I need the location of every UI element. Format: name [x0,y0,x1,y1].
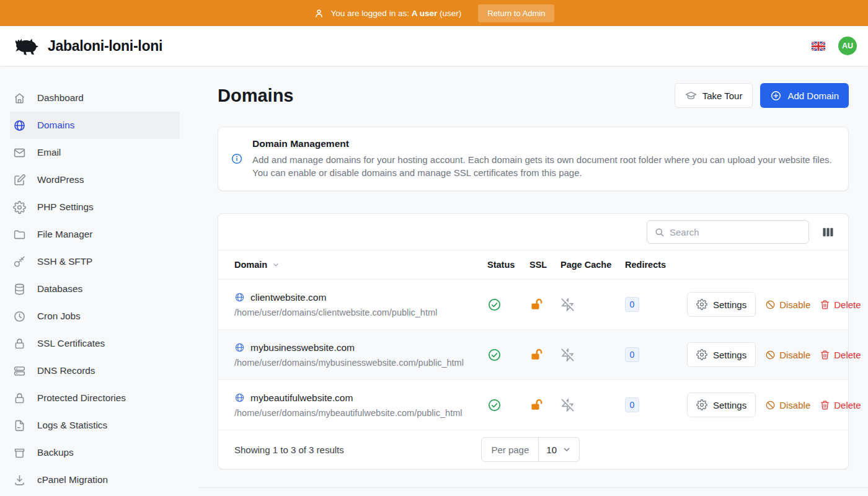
sidebar-nav: Dashboard Domains Email WordPress PHP Se… [0,66,189,496]
status-enabled-check-icon [487,348,502,362]
disable-button[interactable]: Disable [765,350,810,360]
sidebar-item-ssl-certificates[interactable]: SSL Certificates [10,330,180,357]
per-page-control: Per page 10 [481,437,580,462]
trash-icon [820,350,830,360]
sidebar-item-backups[interactable]: Backups [10,439,180,466]
redirects-count-badge[interactable]: 0 [625,347,639,362]
gear-icon [696,349,707,360]
column-header-domain[interactable]: Domain [234,260,487,270]
sidebar-item-dns-records[interactable]: DNS Records [10,357,180,384]
info-box: Domain Management Add and manage domains… [218,126,849,191]
sidebar-item-label: File Manager [37,229,92,240]
table-footer: Showing 1 to 3 of 3 results Per page 10 [218,430,848,469]
ban-icon [765,400,776,410]
gear-icon [13,201,26,214]
page-cache-off-icon[interactable] [560,398,575,412]
domain-name[interactable]: clientwebsite.com [234,292,487,303]
columns-icon [821,225,835,239]
impersonated-user-role: (user) [440,9,461,18]
ssl-unlocked-icon[interactable] [529,348,544,362]
settings-button[interactable]: Settings [687,292,756,317]
sort-chevron-down-icon [272,260,280,269]
column-header-ssl: SSL [529,260,560,270]
settings-button[interactable]: Settings [687,392,756,417]
status-cell [487,398,529,412]
domain-cell: mybeautifulwebsite.com /home/user/domain… [234,392,487,418]
language-flag-uk-icon[interactable] [812,42,825,51]
clock-icon [13,310,26,323]
info-box-title: Domain Management [252,138,836,149]
delete-button[interactable]: Delete [820,400,861,410]
document-root-path: /home/user/domains/mybusinesswebsite.com… [234,358,487,368]
brand[interactable]: Jabaloni-loni-loni [10,35,162,56]
domains-table-card: Domain Status SSL Page Cache Redirects c… [218,213,849,469]
database-icon [13,283,26,296]
document-root-path: /home/user/domains/clientwebsite.com/pub… [234,308,487,317]
status-cell [487,348,529,362]
sidebar-item-logs-statistics[interactable]: Logs & Statistics [10,412,180,439]
redirects-cell: 0 [625,297,687,312]
avatar[interactable]: AU [838,37,857,55]
info-icon [231,153,243,165]
sidebar-item-file-manager[interactable]: File Manager [10,221,180,248]
boar-logo-icon [10,35,40,56]
sidebar-item-dashboard[interactable]: Dashboard [10,84,180,112]
file-icon [13,419,26,432]
sidebar-item-protected-directories[interactable]: Protected Directories [10,384,180,412]
page-cache-off-icon[interactable] [560,298,575,312]
redirects-count-badge[interactable]: 0 [625,297,639,312]
page-cache-off-icon[interactable] [560,348,575,362]
sidebar-item-label: Databases [37,283,82,294]
table-header-row: Domain Status SSL Page Cache Redirects [218,250,848,280]
sidebar-item-label: SSH & SFTP [37,256,92,267]
info-box-description: Add and manage domains for your hosting … [252,153,836,179]
impersonation-message: You are logged in as: A user (user) [331,9,462,18]
sidebar-item-label: Cron Jobs [37,311,81,322]
ssl-cell [529,398,560,412]
table-row: mybusinesswebsite.com /home/user/domains… [218,330,848,380]
domain-name[interactable]: mybusinesswebsite.com [234,342,487,353]
impersonation-banner: You are logged in as: A user (user) Retu… [0,0,868,26]
disable-button[interactable]: Disable [765,400,810,410]
sidebar-item-domains[interactable]: Domains [10,112,180,139]
app-header: Jabaloni-loni-loni AU [0,26,868,66]
globe-icon [234,392,245,403]
disable-button[interactable]: Disable [765,299,810,310]
redirects-count-badge[interactable]: 0 [625,397,639,412]
page-cache-cell [560,348,625,362]
domain-name[interactable]: mybeautifulwebsite.com [234,392,487,404]
ssl-unlocked-icon[interactable] [529,298,544,312]
search-input[interactable] [670,227,802,237]
download-icon [13,474,26,487]
sidebar-item-label: Dashboard [37,92,84,104]
main-content: Domains Take Tour Add Domain Domain Mana… [189,66,868,496]
settings-button[interactable]: Settings [687,342,756,367]
key-icon [13,255,26,268]
domain-cell: mybusinesswebsite.com /home/user/domains… [234,342,487,368]
take-tour-button[interactable]: Take Tour [675,83,753,108]
delete-button[interactable]: Delete [820,350,861,360]
sidebar-item-cpanel-migration[interactable]: cPanel Migration [10,466,180,494]
sidebar-item-php-settings[interactable]: PHP Settings [10,193,180,221]
sidebar-item-label: SSL Certificates [37,338,105,349]
impersonated-user-name: A user [412,9,438,18]
ssl-unlocked-icon[interactable] [529,398,544,412]
person-icon [314,8,324,19]
ssl-cell [529,348,560,362]
sidebar-item-ssh-sftp[interactable]: SSH & SFTP [10,248,180,275]
globe-icon [234,342,245,353]
edit-icon [13,174,26,187]
add-domain-button[interactable]: Add Domain [760,83,849,108]
delete-button[interactable]: Delete [820,299,861,310]
per-page-select[interactable]: 10 [539,438,579,461]
sidebar-item-wordpress[interactable]: WordPress [10,166,180,193]
document-root-path: /home/user/domains/mybeautifulwebsite.co… [234,408,487,418]
return-to-admin-button[interactable]: Return to Admin [478,4,554,22]
results-summary: Showing 1 to 3 of 3 results [234,445,344,455]
column-settings-button[interactable] [820,224,836,241]
sidebar-item-cron-jobs[interactable]: Cron Jobs [10,303,180,330]
footer-divider [198,487,868,488]
domain-cell: clientwebsite.com /home/user/domains/cli… [234,292,487,317]
sidebar-item-email[interactable]: Email [10,139,180,166]
sidebar-item-databases[interactable]: Databases [10,275,180,303]
